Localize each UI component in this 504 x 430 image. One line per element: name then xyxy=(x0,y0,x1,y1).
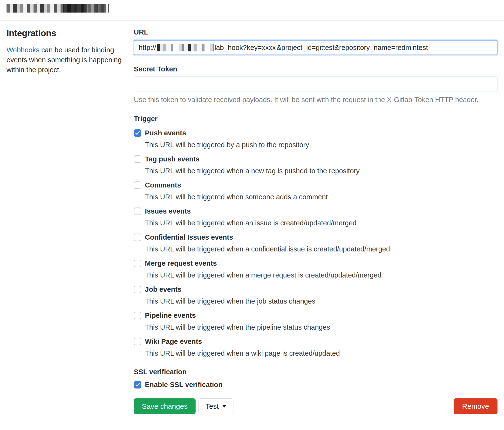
url-input[interactable]: http://lab_hook?key=xxxx&project_id=gitt… xyxy=(134,40,497,55)
secret-token-input[interactable] xyxy=(134,76,497,91)
url-label: URL xyxy=(134,28,497,36)
url-censored-segment xyxy=(157,44,214,51)
checkmark-icon xyxy=(135,382,140,386)
pipeline-events-checkbox[interactable] xyxy=(134,312,141,319)
form-actions: Save changes Test Remove xyxy=(134,398,497,414)
confidential-issues-events-description: This URL will be triggered when a confid… xyxy=(145,245,497,253)
job-events-checkbox[interactable] xyxy=(134,286,141,293)
push-events-label[interactable]: Push events xyxy=(145,129,186,137)
wiki-page-events-checkbox[interactable] xyxy=(134,338,141,345)
content-area: Integrations Webhooks can be used for bi… xyxy=(0,21,504,414)
enable-ssl-verification-checkbox[interactable] xyxy=(134,381,141,388)
test-button-label: Test xyxy=(206,402,219,411)
url-value-after-caret: &project_id=gittest&repository_name=redm… xyxy=(277,44,428,52)
page-header xyxy=(0,0,504,20)
issues-events-description: This URL will be triggered when an issue… xyxy=(145,219,497,227)
trigger-row: Push events This URL will be triggered b… xyxy=(134,129,497,149)
remove-button[interactable]: Remove xyxy=(454,398,497,414)
ssl-row: Enable SSL verification xyxy=(134,381,497,389)
confidential-issues-events-checkbox[interactable] xyxy=(134,234,141,241)
merge-request-events-checkbox[interactable] xyxy=(134,260,141,267)
secret-token-label: Secret Token xyxy=(134,65,497,73)
censored-breadcrumb xyxy=(7,4,109,13)
job-events-description: This URL will be triggered when the job … xyxy=(145,297,497,305)
trigger-row: Tag push events This URL will be trigger… xyxy=(134,155,497,175)
pipeline-events-label[interactable]: Pipeline events xyxy=(145,311,196,320)
comments-description: This URL will be triggered when someone … xyxy=(145,193,497,201)
merge-request-events-label[interactable]: Merge request events xyxy=(145,259,217,267)
url-value-prefix: http:// xyxy=(139,44,156,52)
tag-push-events-label[interactable]: Tag push events xyxy=(145,155,200,163)
trigger-row: Issues events This URL will be triggered… xyxy=(134,207,497,227)
confidential-issues-events-label[interactable]: Confidential Issues events xyxy=(145,233,233,241)
enable-ssl-verification-label[interactable]: Enable SSL verification xyxy=(145,381,223,389)
push-events-description: This URL will be triggered by a push to … xyxy=(145,141,497,149)
comments-label[interactable]: Comments xyxy=(145,181,181,189)
url-value-before-caret: lab_hook?key=xxxx xyxy=(215,44,276,52)
trigger-row: Comments This URL will be triggered when… xyxy=(134,181,497,201)
trigger-row: Pipeline events This URL will be trigger… xyxy=(134,311,497,331)
tag-push-events-checkbox[interactable] xyxy=(134,156,141,163)
trigger-section-label: Trigger xyxy=(134,115,497,123)
test-dropdown-button[interactable]: Test xyxy=(198,398,234,414)
chevron-down-icon xyxy=(222,405,226,408)
issues-events-checkbox[interactable] xyxy=(134,208,141,215)
trigger-row: Wiki Page events This URL will be trigge… xyxy=(134,338,497,357)
integrations-title: Integrations xyxy=(7,28,127,38)
wiki-page-events-description: This URL will be triggered when a wiki p… xyxy=(145,349,497,357)
webhooks-link[interactable]: Webhooks xyxy=(7,46,40,54)
checkmark-icon xyxy=(135,130,140,135)
integrations-sidebar: Integrations Webhooks can be used for bi… xyxy=(7,28,127,414)
wiki-page-events-label[interactable]: Wiki Page events xyxy=(145,338,202,346)
save-changes-button[interactable]: Save changes xyxy=(134,398,196,414)
push-events-checkbox[interactable] xyxy=(134,129,141,137)
secret-token-help: Use this token to validate received payl… xyxy=(134,96,497,104)
trigger-row: Merge request events This URL will be tr… xyxy=(134,259,497,279)
issues-events-label[interactable]: Issues events xyxy=(145,207,191,215)
trigger-row: Confidential Issues events This URL will… xyxy=(134,233,497,253)
trigger-row: Job events This URL will be triggered wh… xyxy=(134,285,497,305)
pipeline-events-description: This URL will be triggered when the pipe… xyxy=(145,323,497,331)
webhook-settings-page: Integrations Webhooks can be used for bi… xyxy=(0,0,504,430)
ssl-verification-label: SSL verification xyxy=(134,368,497,376)
webhook-form: URL http://lab_hook?key=xxxx&project_id=… xyxy=(134,28,497,414)
integrations-description: Webhooks can be used for binding events … xyxy=(7,45,127,75)
tag-push-events-description: This URL will be triggered when a new ta… xyxy=(145,167,497,175)
merge-request-events-description: This URL will be triggered when a merge … xyxy=(145,271,497,279)
job-events-label[interactable]: Job events xyxy=(145,285,182,293)
comments-checkbox[interactable] xyxy=(134,182,141,189)
text-cursor xyxy=(276,43,276,52)
